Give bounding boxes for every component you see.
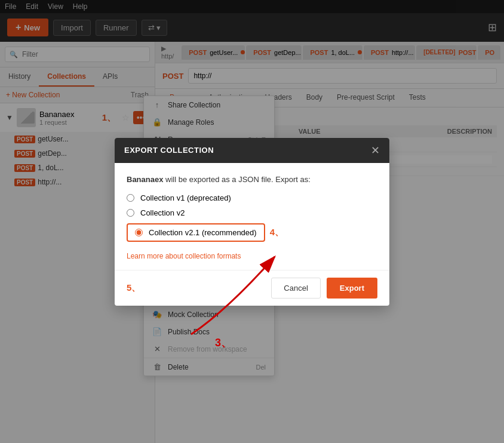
option-v2-label: Collection v2 bbox=[140, 208, 185, 217]
option-v1-label: Collection v1 (deprecated) bbox=[140, 193, 231, 202]
option-v2[interactable]: Collection v2 bbox=[127, 208, 377, 217]
modal-body: Bananaex will be exported as a JSON file… bbox=[115, 163, 389, 270]
modal-title: EXPORT COLLECTION bbox=[124, 146, 214, 155]
modal-header: EXPORT COLLECTION ✕ bbox=[115, 138, 389, 163]
export-options: Collection v1 (deprecated) Collection v2… bbox=[127, 193, 377, 242]
cancel-button[interactable]: Cancel bbox=[271, 278, 320, 299]
learn-more-link[interactable]: Learn more about collection formats bbox=[127, 252, 241, 260]
radio-v2[interactable] bbox=[127, 209, 134, 217]
step5-label: 5、 bbox=[127, 282, 140, 294]
collection-name-highlight: Bananaex bbox=[127, 175, 163, 184]
modal-overlay[interactable]: EXPORT COLLECTION ✕ Bananaex will be exp… bbox=[0, 0, 504, 443]
modal-desc-text: will be exported as a JSON file. Export … bbox=[165, 175, 311, 184]
radio-v21[interactable] bbox=[135, 229, 143, 236]
radio-v1[interactable] bbox=[127, 194, 134, 202]
modal-description: Bananaex will be exported as a JSON file… bbox=[127, 175, 377, 184]
modal-footer: 5、 Cancel Export bbox=[115, 270, 389, 306]
option-v1[interactable]: Collection v1 (deprecated) bbox=[127, 193, 377, 202]
option-v21-label: Collection v2.1 (recommended) bbox=[149, 228, 257, 237]
modal-close-button[interactable]: ✕ bbox=[371, 145, 380, 156]
step4-label: 4、 bbox=[270, 227, 284, 238]
option-v21-selected[interactable]: Collection v2.1 (recommended) bbox=[127, 223, 265, 242]
export-button[interactable]: Export bbox=[327, 278, 377, 299]
export-modal: EXPORT COLLECTION ✕ Bananaex will be exp… bbox=[115, 138, 389, 306]
